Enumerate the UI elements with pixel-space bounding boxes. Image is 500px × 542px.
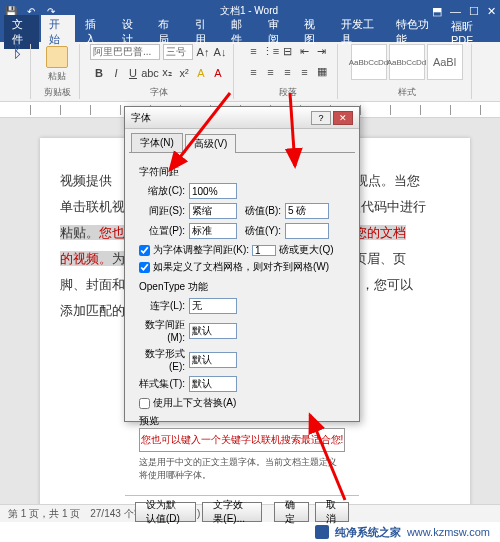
position-pt-label: 磅值(Y): <box>241 224 281 238</box>
spacing-pt-label: 磅值(B): <box>241 204 281 218</box>
tab-pdf[interactable]: 福昕PDF <box>443 17 496 48</box>
multilevel-icon[interactable]: ⊟ <box>281 44 295 58</box>
italic-icon[interactable]: I <box>109 66 123 80</box>
ok-button[interactable]: 确定 <box>274 502 308 522</box>
numbering-icon[interactable]: ⋮≡ <box>264 44 278 58</box>
bluetooth-icon[interactable]: ᛒ <box>10 44 24 58</box>
kerning-unit-label: 磅或更大(Q) <box>279 243 333 257</box>
ribbon: ᛒ 粘贴 剪贴板 阿里巴巴普... 三号 A↑ A↓ B I U abc x₂ … <box>0 42 500 102</box>
stylistic-label: 样式集(T): <box>139 377 185 391</box>
indent-inc-icon[interactable]: ⇥ <box>315 44 329 58</box>
watermark-url: www.kzmsw.com <box>407 526 490 538</box>
para-group-label: 段落 <box>279 85 297 99</box>
dialog-close-icon[interactable]: ✕ <box>333 111 353 125</box>
strike-icon[interactable]: abc <box>143 66 157 80</box>
bt-label <box>16 88 19 99</box>
section-opentype-label: OpenType 功能 <box>139 280 345 294</box>
dialog-tab-font[interactable]: 字体(N) <box>131 133 183 152</box>
ctxalt-checkbox[interactable] <box>139 398 150 409</box>
numspacing-select[interactable] <box>189 323 237 339</box>
style-group-label: 样式 <box>398 85 416 99</box>
cancel-button[interactable]: 取消 <box>315 502 349 522</box>
ligatures-label: 连字(L): <box>139 299 185 313</box>
spacing-select[interactable] <box>189 203 237 219</box>
font-group-label: 字体 <box>150 85 168 99</box>
scale-select[interactable] <box>189 183 237 199</box>
numforms-label: 数字形式(E): <box>139 347 185 372</box>
grid-checkbox[interactable] <box>139 262 150 273</box>
scale-label: 缩放(C): <box>139 184 185 198</box>
bold-icon[interactable]: B <box>92 66 106 80</box>
style-nospacing[interactable]: AaBbCcDd <box>389 44 425 80</box>
spacing-pt-input[interactable] <box>285 203 329 219</box>
text-effects-button[interactable]: 文字效果(E)... <box>202 502 262 522</box>
style-normal[interactable]: AaBbCcDd <box>351 44 387 80</box>
align-center-icon[interactable]: ≡ <box>264 65 278 79</box>
font-dialog: 字体 ? ✕ 字体(N) 高级(V) 字符间距 缩放(C): 间距(S): 磅值… <box>124 106 360 422</box>
align-right-icon[interactable]: ≡ <box>281 65 295 79</box>
paste-button[interactable]: 粘贴 <box>41 44 73 84</box>
kerning-input[interactable] <box>252 245 276 256</box>
clipboard-group-label: 剪贴板 <box>44 85 71 99</box>
clipboard-icon <box>46 46 68 68</box>
indent-dec-icon[interactable]: ⇤ <box>298 44 312 58</box>
set-default-button[interactable]: 设为默认值(D) <box>135 502 196 522</box>
shrink-font-icon[interactable]: A↓ <box>213 45 227 59</box>
menu-bar: 文件 开始 插入 设计 布局 引用 邮件 审阅 视图 开发工具 特色功能 福昕P… <box>0 22 500 42</box>
highlight-icon[interactable]: A <box>194 66 208 80</box>
section-spacing-label: 字符间距 <box>139 165 345 179</box>
dialog-note: 这是用于中文的正文主题字体。当前文档主题定义将使用哪种字体。 <box>139 456 345 482</box>
superscript-icon[interactable]: x² <box>177 66 191 80</box>
grid-label: 如果定义了文档网格，则对齐到网格(W) <box>153 260 329 274</box>
justify-icon[interactable]: ≡ <box>298 65 312 79</box>
dialog-help-icon[interactable]: ? <box>311 111 331 125</box>
align-left-icon[interactable]: ≡ <box>247 65 261 79</box>
font-color-icon[interactable]: A <box>211 66 225 80</box>
ctxalt-label: 使用上下文替换(A) <box>153 396 236 410</box>
kerning-checkbox[interactable] <box>139 245 150 256</box>
doc-text-highlight: 粘贴。 <box>60 225 99 240</box>
underline-icon[interactable]: U <box>126 66 140 80</box>
font-size-select[interactable]: 三号 <box>163 44 193 60</box>
style-heading1[interactable]: AaBl <box>427 44 463 80</box>
doc-text-highlight-red: 的视频。 <box>60 251 112 266</box>
grow-font-icon[interactable]: A↑ <box>196 45 210 59</box>
bullets-icon[interactable]: ≡ <box>247 44 261 58</box>
position-select[interactable] <box>189 223 237 239</box>
dialog-title: 字体 <box>131 111 151 125</box>
doc-text: 视频提供 <box>60 173 112 188</box>
ligatures-select[interactable] <box>189 298 237 314</box>
kerning-label: 为字体调整字间距(K): <box>153 243 249 257</box>
numspacing-label: 数字间距(M): <box>139 318 185 343</box>
dialog-titlebar[interactable]: 字体 ? ✕ <box>125 107 359 129</box>
font-name-select[interactable]: 阿里巴巴普... <box>90 44 160 60</box>
subscript-icon[interactable]: x₂ <box>160 66 174 80</box>
preview-box: 您也可以键入一个关键字以联机搜索最适合您! <box>139 428 345 452</box>
dialog-tab-advanced[interactable]: 高级(V) <box>185 134 236 153</box>
preview-label: 预览 <box>139 414 345 428</box>
numforms-select[interactable] <box>189 352 237 368</box>
shading-icon[interactable]: ▦ <box>315 65 329 79</box>
paste-label: 粘贴 <box>48 70 66 83</box>
status-page[interactable]: 第 1 页，共 1 页 <box>8 507 80 521</box>
position-pt-input[interactable] <box>285 223 329 239</box>
spacing-label: 间距(S): <box>139 204 185 218</box>
position-label: 位置(P): <box>139 224 185 238</box>
stylistic-select[interactable] <box>189 376 237 392</box>
